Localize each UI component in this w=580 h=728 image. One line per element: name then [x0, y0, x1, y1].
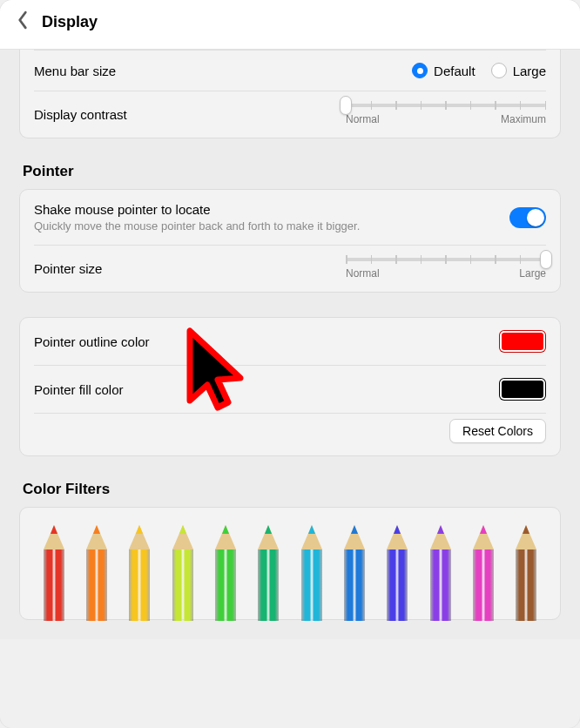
pencil-icon: [204, 525, 246, 621]
slider-min-label: Normal: [346, 113, 380, 125]
reset-colors-button[interactable]: Reset Colors: [449, 419, 546, 443]
menu-bar-size-row: Menu bar size Default Large: [34, 50, 546, 91]
pointer-size-row: Pointer size Normal Large: [34, 245, 546, 292]
reset-colors-row: Reset Colors: [34, 413, 546, 455]
header: Display: [0, 0, 580, 50]
pencils-row: [27, 516, 553, 621]
content: Menu bar size Default Large Display cont…: [0, 50, 580, 639]
display-panel: Menu bar size Default Large Display cont…: [19, 50, 561, 138]
pencil-icon: [118, 525, 161, 621]
radio-default[interactable]: Default: [412, 63, 475, 78]
slider-min-label: Normal: [346, 267, 380, 280]
pencil-icon: [376, 525, 419, 621]
radio-icon: [491, 63, 507, 78]
pencil-icon: [419, 525, 462, 621]
pointer-size-slider[interactable]: Normal Large: [346, 258, 546, 280]
page-title: Display: [42, 13, 98, 31]
pencil-icon: [505, 525, 548, 621]
display-contrast-label: Display contrast: [34, 107, 127, 122]
pencil-icon: [333, 525, 375, 621]
pencil-icon: [32, 525, 75, 621]
pencil-icon: [161, 525, 204, 621]
pointer-fill-swatch[interactable]: [499, 378, 546, 401]
slider-max-label: Maximum: [501, 113, 546, 125]
back-chevron-icon[interactable]: [16, 10, 30, 33]
slider-max-label: Large: [519, 267, 546, 280]
shake-toggle[interactable]: [509, 207, 546, 228]
radio-label: Default: [434, 64, 475, 78]
pointer-section-title: Pointer: [23, 163, 557, 180]
radio-icon: [412, 63, 428, 78]
pointer-outline-label: Pointer outline color: [34, 334, 150, 349]
pointer-size-label: Pointer size: [34, 261, 102, 276]
color-filters-panel: [19, 507, 561, 620]
pencil-icon: [247, 525, 290, 621]
menu-bar-size-label: Menu bar size: [34, 64, 116, 78]
pointer-outline-row: Pointer outline color: [34, 318, 546, 365]
shake-desc: Quickly move the mouse pointer back and …: [34, 219, 360, 233]
display-contrast-slider[interactable]: Normal Maximum: [346, 104, 546, 125]
shake-label: Shake mouse pointer to locate: [34, 202, 360, 217]
display-contrast-row: Display contrast Normal Maximum: [34, 91, 546, 138]
radio-label: Large: [513, 64, 546, 78]
pointer-panel-2: Pointer outline color Pointer fill color…: [19, 317, 561, 456]
shake-row: Shake mouse pointer to locate Quickly mo…: [34, 190, 546, 245]
pointer-panel-1: Shake mouse pointer to locate Quickly mo…: [19, 189, 561, 293]
pencil-icon: [75, 525, 118, 621]
radio-large[interactable]: Large: [491, 63, 546, 78]
pointer-fill-label: Pointer fill color: [34, 382, 124, 397]
pencil-icon: [462, 525, 504, 621]
pointer-fill-row: Pointer fill color: [34, 365, 546, 413]
menu-bar-size-radio-group: Default Large: [412, 63, 546, 78]
color-filters-title: Color Filters: [23, 481, 557, 498]
pointer-outline-swatch[interactable]: [499, 330, 546, 353]
pencil-icon: [290, 525, 333, 621]
